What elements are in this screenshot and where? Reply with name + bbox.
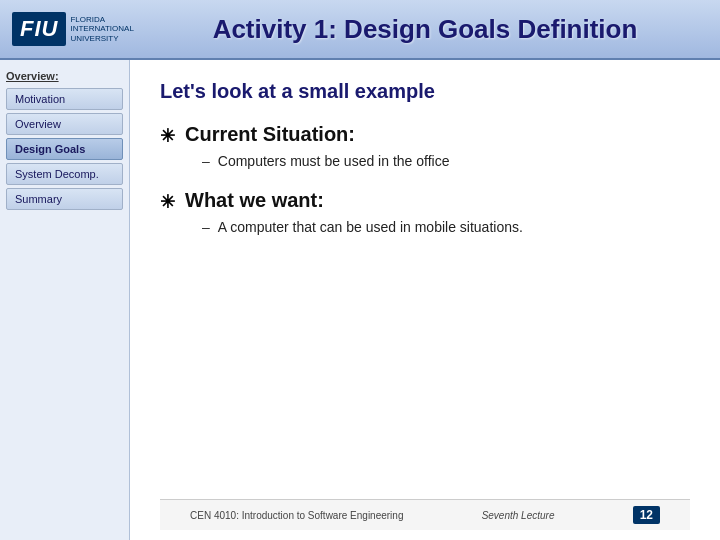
page-title: Activity 1: Design Goals Definition [142,14,708,45]
bullet-row-2: ✳ What we want: [160,189,690,213]
sub-text-2: A computer that can be used in mobile si… [218,219,523,235]
sub-dash-1: – [202,153,210,169]
bullet-row-1: ✳ Current Situation: [160,123,690,147]
sidebar-item-system-decomp[interactable]: System Decomp. [6,163,123,185]
bullet-heading-2: What we want: [185,189,324,212]
main-layout: Overview: Motivation Overview Design Goa… [0,60,720,540]
content-area: Let's look at a small example ✳ Current … [130,60,720,540]
footer-right: 12 [633,506,660,524]
footer-left: CEN 4010: Introduction to Software Engin… [190,510,403,521]
footer: CEN 4010: Introduction to Software Engin… [160,499,690,530]
header: FIU FLORIDA INTERNATIONAL UNIVERSITY Act… [0,0,720,60]
sidebar-label: Overview: [6,70,123,82]
bullet-section-1: ✳ Current Situation: – Computers must be… [160,123,690,169]
sidebar-item-motivation[interactable]: Motivation [6,88,123,110]
sub-dash-2: – [202,219,210,235]
bullet-section-2: ✳ What we want: – A computer that can be… [160,189,690,235]
footer-center: Seventh Lecture [482,510,555,521]
fiu-logo: FIU [12,12,66,46]
sidebar-item-design-goals[interactable]: Design Goals [6,138,123,160]
sidebar-item-overview[interactable]: Overview [6,113,123,135]
sub-text-1: Computers must be used in the office [218,153,450,169]
bullet-heading-1: Current Situation: [185,123,355,146]
sidebar: Overview: Motivation Overview Design Goa… [0,60,130,540]
sidebar-item-summary[interactable]: Summary [6,188,123,210]
content-intro: Let's look at a small example [160,80,690,103]
bullet-star-1: ✳ [160,125,175,147]
sub-bullet-1: – Computers must be used in the office [202,153,690,169]
page-number: 12 [633,506,660,524]
logo-subtitle: FLORIDA INTERNATIONAL UNIVERSITY [70,15,120,44]
logo-area: FIU FLORIDA INTERNATIONAL UNIVERSITY [12,12,142,46]
bullet-star-2: ✳ [160,191,175,213]
sub-bullet-2: – A computer that can be used in mobile … [202,219,690,235]
